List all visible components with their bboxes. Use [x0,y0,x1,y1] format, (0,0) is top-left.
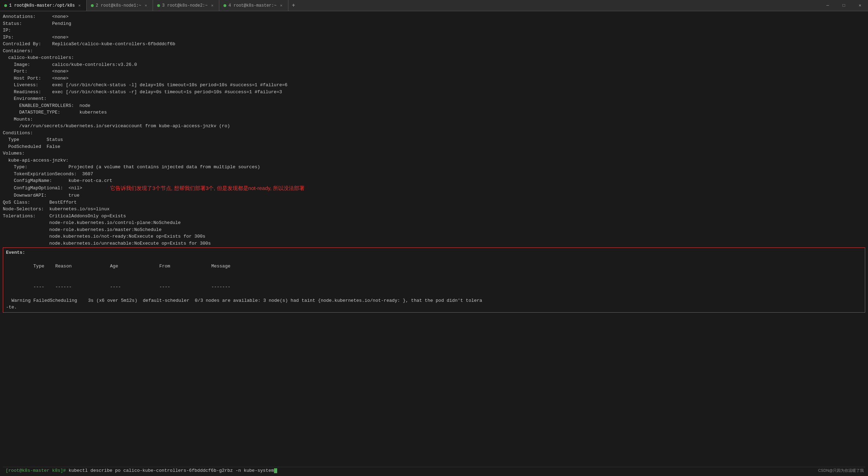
events-header: Events: [6,249,862,256]
terminal-content: Annotations: <none> Status: Pending IP: … [3,13,865,467]
tab-2-dot [91,4,94,7]
tab-2-close[interactable]: ✕ [143,2,148,8]
line-ip: IP: [3,27,865,34]
line-token-exp: TokenExpirationSeconds: 3607 [3,171,865,178]
line-image: Image: calico/kube-controllers:v3.26.0 [3,61,865,68]
tab-2[interactable]: 2 root@k8s-node1:~ ✕ [87,0,153,11]
tab-1-label: 1 root@k8s-master:/opt/k8s [9,3,75,8]
tab-1[interactable]: 1 root@k8s-master:/opt/k8s ✕ [0,0,87,11]
tab-1-close[interactable]: ✕ [77,2,82,8]
line-conditions-header: Type Status [3,136,865,143]
line-configmap-name: ConfigMapName: kube-root-ca.crt [3,177,865,184]
events-row-cont: -te. [6,304,862,311]
tab-bar: 1 root@k8s-master:/opt/k8s ✕ 2 root@k8s-… [0,0,868,11]
line-liveness: Liveness: exec [/usr/bin/check-status -l… [3,82,865,89]
line-volumes: Volumes: [3,150,865,157]
line-downward-api: DownwardAPI: true [3,192,865,199]
line-mount-path: /var/run/secrets/kubernetes.io/serviceac… [3,123,865,130]
command-prompt: [root@k8s-master k8s]# [6,468,68,473]
tab-1-dot [4,4,7,7]
close-button[interactable]: ✕ [852,0,868,11]
command-text: kubectl describe po calico-kube-controll… [68,468,274,473]
line-tolerations-5: node.kubernetes.io/unreachable:NoExecute… [3,240,865,247]
line-ips: IPs: <none> [3,34,865,41]
tab-4-label: 4 root@k8s-master:~ [228,3,276,8]
annotation-text: 它告诉我们发现了3个节点, 想帮我们部署3个, 但是发现都是not-ready,… [110,184,305,192]
terminal: Annotations: <none> Status: Pending IP: … [0,11,868,476]
watermark: CSDN@只因为你温暖了我 [818,468,864,473]
window-controls: — □ ✕ [820,0,868,11]
line-readiness: Readiness: exec [/usr/bin/check-status -… [3,89,865,96]
line-conditions: Conditions: [3,130,865,137]
line-annotations: Annotations: <none> [3,13,865,20]
line-volume-name: kube-api-access-jnzkv: [3,157,865,164]
events-separator: ---- ------ ---- ---- ------- [6,277,862,297]
line-containers: Containers: [3,48,865,55]
line-port: Port: <none> [3,68,865,75]
line-calico-kube-controllers: calico-kube-controllers: [3,54,865,61]
tab-2-label: 2 root@k8s-node1:~ [96,3,141,8]
tab-4-dot [223,4,226,7]
line-datastore-type: DATASTORE_TYPE: kubernetes [3,109,865,116]
line-tolerations-3: node-role.kubernetes.io/master:NoSchedul… [3,226,865,233]
maximize-button[interactable]: □ [836,0,852,11]
events-columns: Type Reason Age From Message [6,256,862,277]
line-tolerations-4: node.kubernetes.io/not-ready:NoExecute o… [3,233,865,240]
line-mounts: Mounts: [3,116,865,123]
line-controlled-by: Controlled By: ReplicaSet/calico-kube-co… [3,41,865,48]
line-configmap-optional: ConfigMapOptional: <nil> 它告诉我们发现了3个节点, 想… [3,184,865,192]
line-node-selectors: Node-Selectors: kubernetes.io/os=linux [3,206,865,213]
command-line: [root@k8s-master k8s]# kubectl describe … [3,467,865,474]
tab-4-close[interactable]: ✕ [279,2,284,8]
line-status: Status: Pending [3,20,865,27]
new-tab-button[interactable]: + [288,0,299,11]
line-environment: Environment: [3,95,865,102]
line-podscheduled: PodScheduled False [3,143,865,150]
events-section: Events: Type Reason Age From Message ---… [3,247,865,313]
line-tolerations-2: node-role.kubernetes.io/control-plane:No… [3,219,865,226]
line-host-port: Host Port: <none> [3,75,865,82]
tab-3[interactable]: 3 root@k8s-node2:~ ✕ [153,0,219,11]
tab-4[interactable]: 4 root@k8s-master:~ ✕ [219,0,288,11]
tab-3-close[interactable]: ✕ [210,2,215,8]
line-type: Type: Projected (a volume that contains … [3,164,865,171]
line-tolerations-1: Tolerations: CriticalAddonsOnly op=Exist… [3,213,865,220]
cursor [274,468,277,473]
tab-3-label: 3 root@k8s-node2:~ [162,3,208,8]
events-row: Warning FailedScheduling 3s (x6 over 5m1… [6,297,862,304]
line-enabled-controllers: ENABLED_CONTROLLERS: node [3,102,865,109]
minimize-button[interactable]: — [820,0,836,11]
line-qos: QoS Class: BestEffort [3,199,865,206]
tab-3-dot [157,4,160,7]
